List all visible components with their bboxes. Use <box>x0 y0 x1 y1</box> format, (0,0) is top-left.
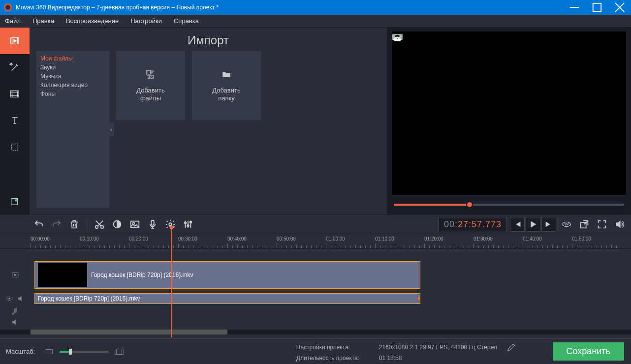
ruler-label: 01:00:00 <box>326 236 345 242</box>
preview-video[interactable] <box>392 31 626 195</box>
timeline-scrollbar-thumb[interactable] <box>31 330 227 334</box>
import-cat-myfiles[interactable]: Мои файлы <box>40 54 105 63</box>
ruler-label: 01:30:00 <box>473 236 493 242</box>
sidebar-import[interactable] <box>0 28 30 54</box>
add-files-card[interactable]: Добавить файлы <box>116 51 185 120</box>
video-clip[interactable]: Город кошек [BDRip 720p] (2016).mkv <box>34 261 420 289</box>
add-files-label: Добавить файлы <box>136 87 164 102</box>
zoom-slider[interactable] <box>60 351 109 353</box>
add-folder-label: Добавить папку <box>212 87 240 102</box>
trash-button[interactable] <box>67 217 82 232</box>
timecode-rest: 27:57.773 <box>458 219 502 230</box>
prev-frame-button[interactable] <box>510 217 525 232</box>
project-settings-value: 2160x1080 2:1 29.97 FPS, 44100 Гц Стерео <box>379 344 497 351</box>
ruler-label: 00:10:00 <box>80 236 99 242</box>
import-panel: Импорт Мои файлы Звуки Музыка Коллекция … <box>30 28 387 214</box>
import-cat-videos[interactable]: Коллекция видео <box>40 81 105 90</box>
statusbar: Масштаб: Настройки проекта: 2160x1080 2:… <box>0 338 631 364</box>
minimize-button[interactable] <box>563 0 586 15</box>
svg-point-5 <box>15 199 18 202</box>
ruler-label: 01:40:00 <box>523 236 542 242</box>
import-cat-backgrounds[interactable]: Фоны <box>40 90 105 98</box>
video-clip-label: Город кошек [BDRip 720p] (2016).mkv <box>91 272 193 278</box>
ruler-label: 00:40:00 <box>227 236 247 242</box>
next-frame-button[interactable] <box>541 217 556 232</box>
eye-icon[interactable] <box>5 294 14 303</box>
import-cat-music[interactable]: Музыка <box>40 72 105 81</box>
undo-button[interactable] <box>32 217 46 232</box>
timeline: Город кошек [BDRip 720p] (2016).mkv Горо… <box>0 249 631 334</box>
volume-button[interactable] <box>612 217 627 232</box>
svg-rect-23 <box>151 220 154 225</box>
360-button[interactable]: 360 <box>559 217 574 232</box>
ruler-label: 01:20:00 <box>424 236 443 242</box>
audio-clip-label: Город кошек [BDRip 720p] (2016).mkv <box>38 295 140 302</box>
clip-thumbnail <box>38 263 87 287</box>
menu-playback[interactable]: Воспроизведение <box>66 17 119 25</box>
project-settings-label: Настройки проекта: <box>296 344 370 351</box>
timeline-ruler[interactable]: 00:00:0000:10:0000:20:0000:30:0000:40:00… <box>0 234 631 249</box>
music-track[interactable] <box>0 306 631 328</box>
contrast-button[interactable] <box>110 217 125 232</box>
zoom-out-icon[interactable] <box>44 346 55 357</box>
playhead[interactable] <box>171 229 172 337</box>
app-icon <box>4 3 12 11</box>
svg-point-33 <box>9 298 10 300</box>
maximize-button[interactable] <box>586 0 608 15</box>
preview-slider[interactable] <box>392 195 626 214</box>
menu-edit[interactable]: Правка <box>32 17 54 25</box>
sidebar-filters[interactable] <box>0 81 30 107</box>
zoom-slider-thumb[interactable] <box>69 349 72 355</box>
popout-button[interactable] <box>577 217 592 232</box>
menu-settings[interactable]: Настройки <box>130 17 162 25</box>
close-button[interactable] <box>608 0 631 15</box>
zoom-label: Масштаб: <box>6 348 35 355</box>
video-track-icon <box>11 271 20 279</box>
timecode-display: 00:27:57.773 <box>439 217 507 232</box>
project-duration-value: 01:18:58 <box>379 355 402 362</box>
audio-track-linked[interactable]: Город кошек [BDRip 720p] (2016).mkv <box>0 291 631 306</box>
play-button[interactable] <box>526 217 540 232</box>
project-duration-label: Длительность проекта: <box>296 355 370 362</box>
preview-frame-image <box>392 31 403 42</box>
equalizer-button[interactable] <box>181 217 195 232</box>
svg-rect-3 <box>12 144 18 151</box>
menu-help[interactable]: Справка <box>174 17 199 25</box>
timeline-scrollbar[interactable] <box>0 330 631 334</box>
fullscreen-button[interactable] <box>595 217 609 232</box>
sidebar-text[interactable] <box>0 107 30 134</box>
slider-thumb[interactable] <box>466 201 473 208</box>
sidebar-wand[interactable] <box>0 54 30 81</box>
image-button[interactable] <box>127 217 142 232</box>
zoom-in-icon[interactable] <box>114 346 125 357</box>
ruler-label: 00:20:00 <box>129 236 148 242</box>
ruler-label: 00:30:00 <box>178 236 197 242</box>
svg-rect-0 <box>593 3 601 12</box>
save-button[interactable]: Сохранить <box>553 342 624 361</box>
svg-point-25 <box>185 222 187 224</box>
svg-point-26 <box>187 225 189 227</box>
preview-panel <box>387 28 631 214</box>
import-cat-sounds[interactable]: Звуки <box>40 63 105 72</box>
svg-point-7 <box>152 72 153 73</box>
timecode-hours: 00: <box>444 219 458 230</box>
speaker-icon[interactable] <box>17 294 26 303</box>
titlebar: Movavi 360 Видеоредактор – 7-дневная про… <box>0 0 631 15</box>
sidebar-export[interactable] <box>0 188 30 214</box>
audio-handle-icon[interactable] <box>418 297 420 301</box>
video-track[interactable]: Город кошек [BDRip 720p] (2016).mkv <box>0 259 631 291</box>
redo-button[interactable] <box>49 217 64 232</box>
sidebar-crop[interactable] <box>0 134 30 160</box>
ruler-label: 01:10:00 <box>375 236 394 242</box>
ruler-label: 00:00:00 <box>31 236 50 242</box>
svg-point-24 <box>169 223 172 226</box>
collapse-sidebar-icon[interactable]: ‹ <box>108 122 114 136</box>
cut-button[interactable] <box>92 217 107 232</box>
edit-icon[interactable] <box>506 342 517 353</box>
menu-file[interactable]: Файл <box>5 17 21 25</box>
speaker-icon[interactable] <box>11 318 20 327</box>
audio-clip[interactable]: Город кошек [BDRip 720p] (2016).mkv <box>34 293 420 304</box>
add-folder-card[interactable]: Добавить папку <box>192 51 261 120</box>
mic-button[interactable] <box>145 217 160 232</box>
music-note-icon <box>11 307 20 316</box>
